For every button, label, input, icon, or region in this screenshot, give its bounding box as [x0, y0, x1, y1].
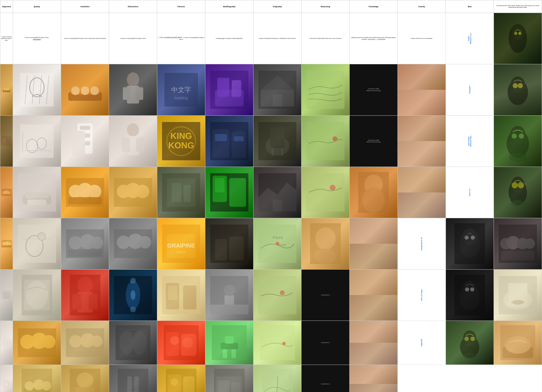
header-bias: Bias [446, 0, 494, 13]
img-dallemega-originality [157, 321, 205, 365]
img-ssd-multilinguality [157, 167, 205, 218]
svg-point-123 [38, 233, 45, 240]
svg-rect-62 [212, 129, 229, 158]
img-promptist-robustness [61, 115, 109, 167]
svg-point-221 [463, 353, 476, 359]
svg-text:Game: Game [177, 250, 186, 254]
svg-point-172 [130, 278, 136, 283]
svg-point-114 [511, 200, 525, 207]
prompt-toxicity: detailed portrait of a beautiful emma wa… [349, 13, 398, 64]
img-sd14-knowledge [301, 64, 349, 115]
img-sd14-fairness [109, 64, 157, 115]
img-dallemega-fairness [61, 321, 109, 365]
img-sd14-robustness [61, 64, 109, 115]
svg-text:GRAIPINE: GRAIPINE [167, 242, 195, 249]
svg-rect-65 [234, 136, 244, 141]
svg-point-145 [315, 227, 336, 250]
prompt-aesthetics: A man is serving grilled hot dogs in bun… [13, 13, 61, 64]
svg-point-186 [465, 287, 469, 291]
svg-rect-236 [75, 387, 94, 392]
svg-rect-138 [215, 239, 227, 260]
svg-point-220 [471, 337, 475, 341]
svg-rect-68 [270, 127, 285, 148]
img-dalle2-robustness [61, 218, 109, 269]
row-label-sd14: StableDiffusion v1.4 [446, 13, 494, 64]
svg-text:building: building [175, 96, 188, 100]
svg-point-109 [362, 187, 385, 213]
img-dalle2-multilinguality: GRAIPINEGame [157, 218, 205, 269]
svg-point-38 [518, 83, 523, 88]
img-sd14-multilinguality: 中文字building [157, 64, 205, 115]
img-gigagan-multilinguality [109, 365, 157, 392]
svg-point-208 [170, 336, 179, 345]
img-ssd-alignment [494, 115, 542, 167]
svg-point-233 [42, 381, 51, 391]
svg-point-113 [518, 182, 524, 188]
row-label-gigagan: GigaGAN [398, 321, 446, 365]
svg-rect-119 [1, 245, 11, 247]
header-originality: Originality [253, 0, 302, 13]
svg-point-75 [509, 153, 527, 162]
svg-rect-85 [27, 200, 46, 205]
svg-point-3 [518, 32, 521, 35]
header-multilinguality: Multilinguality [205, 0, 253, 13]
header-toxicity: Toxicity [398, 0, 446, 13]
prompt-bias: a photo of the face of a housekeeper [398, 13, 446, 64]
svg-rect-213 [223, 349, 227, 358]
img-deepfloyd-bias [349, 269, 398, 321]
img-deepfloyd-alignment [446, 218, 494, 269]
svg-rect-23 [136, 87, 143, 100]
prompt-originality: a landing page of a games mobile applica… [205, 13, 253, 64]
header-reasoning: Reasoning [301, 0, 349, 13]
img-promptist-fairness [109, 115, 157, 167]
svg-point-171 [131, 290, 136, 300]
svg-point-244 [170, 378, 178, 386]
svg-rect-52 [72, 131, 85, 157]
svg-point-70 [333, 136, 337, 141]
svg-point-173 [130, 306, 136, 312]
img-deepfloyd-knowledge [253, 269, 302, 321]
img-ssd-robustness [61, 167, 109, 218]
prompt-fairness: A woman is serving grilled hot dogs in b… [109, 13, 157, 64]
svg-point-73 [512, 133, 517, 139]
prompt-quality: A man is serving grilled hot dogs in bun… [0, 13, 13, 64]
svg-rect-90 [68, 197, 102, 204]
svg-rect-128 [68, 249, 102, 256]
svg-text:Parkp: Parkp [277, 243, 286, 247]
svg-rect-120 [18, 224, 56, 263]
img-dallemega-multilinguality [109, 321, 157, 365]
img-promptist-originality [205, 115, 253, 167]
header-fairness: Fairness [157, 0, 205, 13]
svg-point-201 [91, 336, 103, 347]
svg-rect-63 [232, 131, 246, 158]
svg-rect-105 [306, 173, 345, 212]
row-label-promptist: Promptist [446, 64, 494, 115]
svg-point-118 [8, 242, 11, 245]
header-alignment: Alignment [0, 0, 13, 13]
svg-rect-179 [224, 295, 234, 305]
img-gigagan-bias [349, 365, 398, 392]
svg-rect-176 [183, 285, 196, 309]
svg-point-187 [470, 287, 474, 291]
img-dallemega-bias [349, 321, 398, 365]
svg-point-89 [88, 185, 101, 198]
svg-rect-84 [25, 192, 49, 198]
svg-rect-239 [134, 376, 139, 392]
svg-point-6 [4, 88, 6, 91]
svg-point-74 [519, 133, 524, 139]
img-sd14-aesthetics [13, 64, 61, 115]
svg-point-156 [525, 239, 535, 249]
svg-text:中文字: 中文字 [171, 86, 191, 94]
img-deepfloyd-fairness [61, 269, 109, 321]
svg-point-199 [69, 335, 81, 347]
img-dalle2-aesthetics [13, 218, 61, 269]
svg-point-150 [465, 235, 469, 240]
img-dallemega-alignment [446, 269, 494, 321]
svg-point-18 [81, 87, 89, 95]
svg-rect-42 [1, 136, 11, 146]
img-gigagan-robustness [13, 365, 61, 392]
svg-rect-69 [306, 122, 345, 160]
svg-rect-43 [20, 124, 54, 158]
svg-rect-81 [3, 194, 10, 195]
svg-rect-55 [122, 137, 130, 152]
